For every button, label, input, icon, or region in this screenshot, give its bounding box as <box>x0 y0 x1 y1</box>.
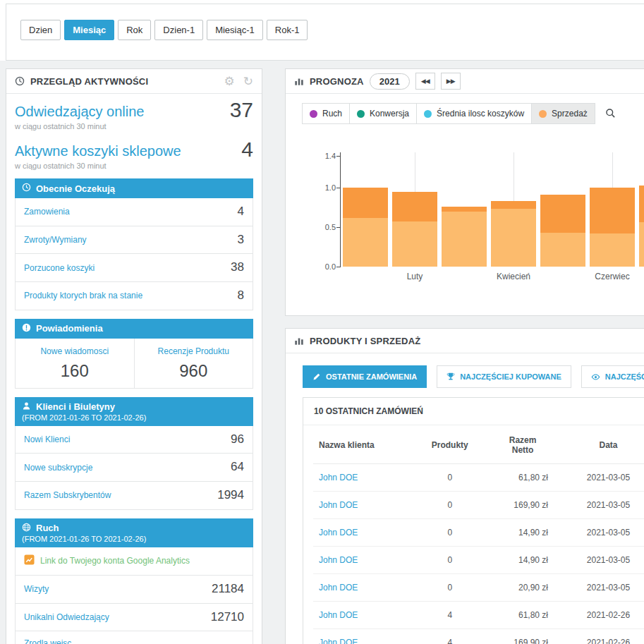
metric-row-label[interactable]: Unikalni Odwiedzający <box>24 612 109 622</box>
metric-row-label[interactable]: Zwroty/Wymiany <box>24 235 87 245</box>
forecast-prev-button[interactable]: ◀◀ <box>415 73 435 90</box>
online-visitors-caption: w ciągu ostatnich 30 minut <box>15 122 253 130</box>
time-filter-dzien[interactable]: Dzien <box>20 20 61 40</box>
table-cell: 4 <box>408 602 492 629</box>
forecast-legend: RuchKonwersjaŚrednia ilosc koszykówSprze… <box>303 103 595 124</box>
x-axis-label: Luty <box>392 272 437 281</box>
zoom-magnifier-icon[interactable] <box>605 108 616 119</box>
customer-link[interactable]: John DOE <box>319 500 358 510</box>
recent-orders-box: 10 OSTATNICH ZAMÓWIEŃ Nazwa klientaProdu… <box>303 397 644 644</box>
clock-icon <box>15 76 25 86</box>
metric-row-value: 21184 <box>212 583 244 596</box>
pending-section: Obecnie Oczekują Zamowienia4Zwroty/Wymia… <box>15 178 253 310</box>
orders-table-body: John DOE061,80 zł2021-03-05John DOE0169,… <box>313 464 644 644</box>
customer-link[interactable]: John DOE <box>319 473 358 482</box>
activity-panel-body: Odwiedzający online 37 w ciągu ostatnich… <box>6 94 262 644</box>
metric-row: Zamowienia4 <box>16 198 253 226</box>
table-cell: 0 <box>408 547 492 574</box>
column-header: Nazwa klienta <box>313 425 408 464</box>
metric-row-label[interactable]: Produkty ktorych brak na stanie <box>24 291 142 300</box>
table-row: John DOE014,90 zł2021-03-05 <box>313 519 644 547</box>
legend-item[interactable]: Średnia ilosc koszyków <box>416 103 532 124</box>
legend-label: Średnia ilosc koszyków <box>437 109 524 119</box>
bar-segment <box>491 209 536 267</box>
metric-row: Nowi Klienci96 <box>16 426 253 454</box>
time-filter-miesi-c-1[interactable]: Miesiąc-1 <box>207 20 263 40</box>
time-filter-miesi-c[interactable]: Miesiąc <box>64 20 114 40</box>
table-row: John DOE461,80 zł2021-02-26 <box>313 602 644 629</box>
legend-item[interactable]: Ruch <box>302 103 350 124</box>
legend-dot <box>310 110 317 118</box>
clock-icon <box>22 183 31 194</box>
table-cell: 14,90 zł <box>492 547 554 574</box>
customer-link[interactable]: John DOE <box>319 528 358 537</box>
metric-row-value: 4 <box>238 205 244 219</box>
y-tick-mark <box>336 267 341 267</box>
customer-cell: John DOE <box>313 519 408 547</box>
settings-gear-icon[interactable]: ⚙ <box>224 75 235 87</box>
bar-segment <box>392 221 437 267</box>
notifications-section: Powiadomienia Nowe wiadomosci 160 Recenz… <box>15 319 253 389</box>
metric-row-label[interactable]: Zrodla wejsc <box>24 638 71 644</box>
x-axis-label: Czerwiec <box>590 272 635 281</box>
y-tick-mark <box>336 188 341 188</box>
active-carts-caption: w ciągu ostatnich 30 minut <box>15 162 253 170</box>
active-carts-value: 4 <box>241 139 253 160</box>
table-cell: 0 <box>408 464 492 492</box>
pencil-icon <box>312 372 321 381</box>
customer-link[interactable]: John DOE <box>319 638 358 644</box>
customer-link[interactable]: John DOE <box>319 555 358 565</box>
product-reviews-cell[interactable]: Recenzje Produktu 960 <box>134 339 253 388</box>
forecast-next-button[interactable]: ▶▶ <box>441 73 461 90</box>
table-cell: 0 <box>408 574 492 602</box>
column-header: Produkty <box>408 425 492 464</box>
table-row: John DOE014,90 zł2021-03-05 <box>313 547 644 574</box>
metric-row-label[interactable]: Wizyty <box>24 584 49 594</box>
metric-row-label[interactable]: Zamowienia <box>24 207 70 217</box>
online-visitors-value: 37 <box>230 99 253 121</box>
metric-row-label[interactable]: Porzucone koszyki <box>24 263 95 273</box>
table-cell: 2021-03-05 <box>554 519 644 547</box>
metric-row-value: 38 <box>231 261 244 274</box>
customer-cell: John DOE <box>313 574 408 602</box>
google-analytics-link[interactable]: Link do Twojego konta Google Analytics <box>40 556 190 566</box>
customer-cell: John DOE <box>313 629 408 644</box>
table-cell: 20,90 zł <box>492 574 554 602</box>
metric-row: Wizyty21184 <box>16 575 253 603</box>
time-filter-toolbar: DzienMiesiącRokDzien-1Miesiąc-1Rok-1 <box>6 4 644 61</box>
table-cell: 2021-03-05 <box>554 492 644 519</box>
legend-item[interactable]: Konwersja <box>349 103 417 124</box>
trophy-icon <box>446 372 455 381</box>
tab-najcz-ciej-ogl-dane[interactable]: NAJCZĘŚCIEJ OGLĄDANE <box>581 365 644 388</box>
refresh-icon[interactable]: ↻ <box>243 75 253 87</box>
forecast-panel: PROGNOZA 2021 ◀◀ ▶▶ RuchKonwersjaŚrednia… <box>285 68 644 316</box>
legend-label: Ruch <box>322 109 342 119</box>
y-tick-mark <box>336 227 341 228</box>
customer-link[interactable]: John DOE <box>319 610 358 620</box>
customers-section: Klienci i Biuletyny (FROM 2021-01-26 TO … <box>15 397 253 510</box>
active-carts-stat: Aktywne koszyki sklepowe 4 w ciągu ostat… <box>15 139 253 170</box>
legend-item[interactable]: Sprzedaż <box>531 103 595 124</box>
customers-section-title: Klienci i Biuletyny <box>36 401 115 412</box>
customer-cell: John DOE <box>313 464 408 492</box>
right-column: PROGNOZA 2021 ◀◀ ▶▶ RuchKonwersjaŚrednia… <box>285 68 644 644</box>
metric-row-value: 96 <box>231 433 244 446</box>
time-filter-rok[interactable]: Rok <box>118 20 151 40</box>
bar-segment <box>491 201 536 209</box>
bar-segment <box>343 218 388 267</box>
metric-row-label[interactable]: Razem Subskrybentów <box>24 490 111 500</box>
activity-panel: PRZEGLĄD AKTYWNOŚCI ⚙ ↻ Odwiedzający onl… <box>6 68 262 644</box>
new-messages-cell[interactable]: Nowe wiadomosci 160 <box>16 339 134 388</box>
time-filter-rok-1[interactable]: Rok-1 <box>267 20 308 40</box>
year-badge[interactable]: 2021 <box>370 73 410 90</box>
table-cell: 4 <box>408 629 492 644</box>
new-messages-value: 160 <box>18 363 131 379</box>
tab-ostatnie-zam-wienia[interactable]: OSTATNIE ZAMÓWIENIA <box>303 365 427 388</box>
metric-row-label[interactable]: Nowi Klienci <box>24 435 70 444</box>
bar-chart-icon <box>294 336 304 346</box>
metric-row-label[interactable]: Nowe subskrypcje <box>24 463 92 473</box>
customer-link[interactable]: John DOE <box>319 583 358 593</box>
time-filter-dzien-1[interactable]: Dzien-1 <box>154 20 203 40</box>
bar-segment <box>639 186 644 223</box>
tab-najcz-ciej-kupowane[interactable]: NAJCZĘŚCIEJ KUPOWANE <box>437 365 571 388</box>
